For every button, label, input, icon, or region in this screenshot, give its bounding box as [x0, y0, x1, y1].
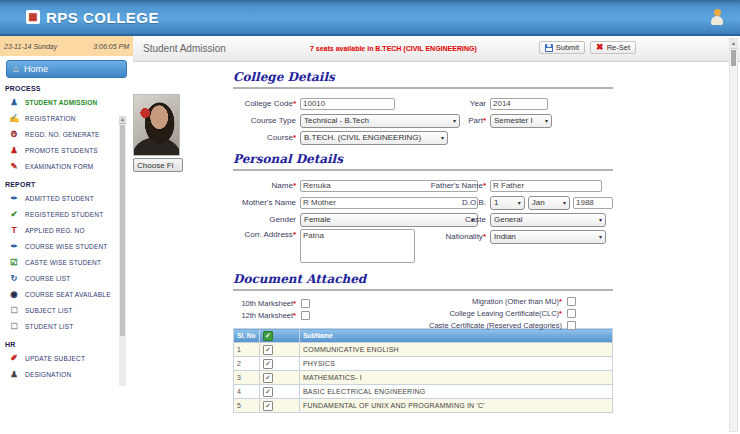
- subject-check-cell: ✓: [260, 343, 300, 357]
- college-logo-icon: ▦: [26, 10, 40, 24]
- mother_name-label: Mother's Name: [233, 198, 296, 207]
- subject-checkbox[interactable]: ✓: [263, 373, 273, 383]
- sidebar-item-registration[interactable]: ✍REGISTRATION: [0, 110, 133, 126]
- sidebar-item-designation[interactable]: ♟DESIGNATION: [0, 366, 133, 382]
- college_code-input[interactable]: [300, 98, 395, 110]
- content-scroll-up-icon[interactable]: ▲: [730, 39, 737, 49]
- sidebar-item-applied-reg-no[interactable]: TAPPLIED REG. NO: [0, 222, 133, 238]
- reset-button[interactable]: ✖ Re-Set: [590, 41, 636, 54]
- sidebar-item-update-subject[interactable]: ✐UPDATE SUBJECT: [0, 350, 133, 366]
- current-date: 23-11-14 Sunday: [4, 43, 57, 50]
- course-select[interactable]: B.TECH. (CIVIL ENGINEERING)▾: [300, 131, 448, 145]
- course-label: Course*: [233, 133, 296, 142]
- caste-label: Caste: [423, 215, 486, 224]
- required-asterisk: *: [293, 299, 296, 308]
- toolbar: Student Admission 7 seats available in B…: [133, 36, 740, 62]
- part-select[interactable]: Semester I▾: [490, 114, 552, 128]
- section-title-document-attached: Document Attached: [233, 272, 613, 291]
- submit-button[interactable]: Submit: [539, 41, 585, 54]
- caste-wise-student-icon: ☑: [9, 257, 19, 267]
- subject-name: MATHEMATICS- I: [300, 371, 613, 385]
- sidebar-item-student-list[interactable]: ☐STUDENT LIST: [0, 318, 133, 334]
- sidebar-item-regd-no-generate[interactable]: ⚙REGD. NO. GENERATE: [0, 126, 133, 142]
- table-row: 1✓COMMUNICATIVE ENGLISH: [234, 343, 613, 357]
- subject-checkbox[interactable]: ✓: [263, 387, 273, 397]
- father_name-input[interactable]: [490, 180, 602, 192]
- select-all-checkbox[interactable]: ✓: [263, 331, 273, 341]
- student-list-icon: ☐: [9, 321, 19, 331]
- sidebar-scroll-up-icon[interactable]: ▲: [119, 116, 126, 124]
- current-time: 3:06:05 PM: [93, 43, 129, 50]
- year-input[interactable]: [490, 98, 548, 110]
- sidebar-section-title-report: REPORT: [5, 181, 131, 188]
- sidebar-item-admitted-student[interactable]: ✒ADMITTED STUDENT: [0, 190, 133, 206]
- subject-check-cell: ✓: [260, 399, 300, 413]
- sidebar-section-title-hr: HR: [5, 341, 131, 348]
- regd-no-generate-icon: ⚙: [9, 129, 19, 139]
- dob_month-select[interactable]: Jan▾: [528, 196, 570, 210]
- clc-checkbox[interactable]: [567, 309, 576, 318]
- dob_day-select[interactable]: 1▾: [490, 196, 525, 210]
- course-wise-student-icon: ✒: [9, 241, 19, 251]
- year-label: Year: [423, 99, 486, 108]
- required-asterisk: *: [293, 99, 296, 108]
- sidebar-item-student-admission[interactable]: ♟STUDENT ADMISSION: [0, 94, 133, 110]
- student-photo: [133, 94, 180, 156]
- field-row-dob: D.O.B.1▾Jan▾: [423, 194, 613, 211]
- required-asterisk: *: [293, 133, 296, 142]
- course-value: B.TECH. (CIVIL ENGINEERING): [304, 133, 421, 142]
- sidebar-sections: PROCESS♟STUDENT ADMISSION✍REGISTRATION⚙R…: [0, 85, 133, 382]
- subject-checkbox[interactable]: ✓: [263, 345, 273, 355]
- subject-checkbox[interactable]: ✓: [263, 401, 273, 411]
- sidebar-item-course-wise-student[interactable]: ✒COURSE WISE STUDENT: [0, 238, 133, 254]
- marksheet_10-checkbox[interactable]: [301, 299, 310, 308]
- sidebar-item-promote-students[interactable]: ♟PROMOTE STUDENTS: [0, 142, 133, 158]
- dob_year-input[interactable]: [573, 197, 613, 209]
- sidebar-item-subject-list[interactable]: ☐SUBJECT LIST: [0, 302, 133, 318]
- choose-file-button[interactable]: Choose Fi: [133, 158, 183, 172]
- subject-sno: 3: [234, 371, 260, 385]
- sidebar-item-registered-student[interactable]: ✔REGISTERED STUDENT: [0, 206, 133, 222]
- sidebar-item-course-seat-available[interactable]: ◉COURSE SEAT AVAILABLE: [0, 286, 133, 302]
- caste-select[interactable]: General▾: [490, 213, 606, 227]
- caste_certificate-checkbox[interactable]: [567, 321, 576, 330]
- corr_address-label: Corr. Address*: [233, 230, 296, 239]
- sidebar-item-caste-wise-student[interactable]: ☑CASTE WISE STUDENT: [0, 254, 133, 270]
- marksheet_12-checkbox[interactable]: [301, 311, 310, 320]
- subjects-table: Sl. No ✓ SubName 1✓COMMUNICATIVE ENGLISH…: [233, 328, 613, 413]
- main-content: Choose Fi College Details College Code*C…: [133, 62, 740, 434]
- seats-notice: 7 seats available in B.TECH (CIVIL ENGIN…: [310, 45, 477, 52]
- subject-sno: 4: [234, 385, 260, 399]
- sidebar-item-home[interactable]: ⌂ Home: [6, 60, 127, 78]
- marksheet_10-label: 10th Marksheet*: [233, 299, 296, 308]
- admission-form: College Details College Code*Course Type…: [233, 70, 613, 413]
- sidebar-item-examination-form[interactable]: ✎EXAMINATION FORM: [0, 158, 133, 174]
- documents-right: Migration (Other than MU)*College Leavin…: [423, 295, 613, 331]
- sidebar-item-label: ADMITTED STUDENT: [25, 195, 94, 202]
- corr_address-textarea[interactable]: [300, 229, 415, 263]
- content-scrollbar[interactable]: ▲: [729, 38, 738, 432]
- subject-checkbox[interactable]: ✓: [263, 359, 273, 369]
- caste-value: General: [494, 215, 522, 224]
- sidebar-scrollbar[interactable]: ▲: [119, 116, 126, 386]
- chevron-down-icon: ▾: [599, 216, 602, 223]
- document-row-migration: Migration (Other than MU)*: [423, 295, 613, 307]
- migration-checkbox[interactable]: [567, 297, 576, 306]
- home-icon: ⌂: [13, 64, 19, 74]
- required-asterisk: *: [293, 311, 296, 320]
- sidebar-scroll-thumb[interactable]: [120, 125, 125, 336]
- update-subject-icon: ✐: [9, 353, 19, 363]
- required-asterisk: *: [293, 181, 296, 190]
- father_name-label: Father's Name*: [423, 181, 486, 190]
- nationality-select[interactable]: Indian▾: [490, 230, 606, 244]
- sidebar-item-course-list[interactable]: ↻COURSE LIST: [0, 270, 133, 286]
- save-icon: [545, 44, 553, 52]
- field-row-nationality: Nationality*Indian▾: [423, 228, 613, 245]
- user-profile-icon[interactable]: [710, 9, 724, 26]
- student-admission-icon: ♟: [9, 97, 19, 107]
- admitted-student-icon: ✒: [9, 193, 19, 203]
- content-scroll-thumb[interactable]: [731, 50, 736, 66]
- subject-sno: 1: [234, 343, 260, 357]
- table-row: 5✓FUNDAMENTAL OF UNIX AND PROGRAMMING IN…: [234, 399, 613, 413]
- applied-reg-no-icon: T: [9, 225, 19, 235]
